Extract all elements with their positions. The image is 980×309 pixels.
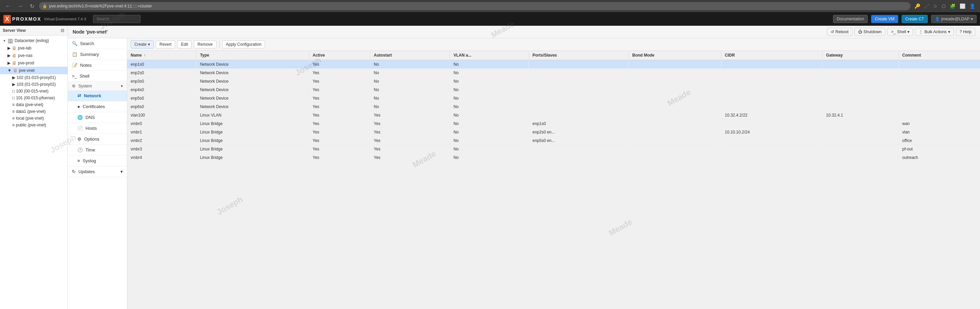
sidebar-item-storage-local[interactable]: ≡ local (pve-vnet) — [0, 115, 68, 122]
time-icon: 🕐 — [77, 147, 83, 152]
cell-name: enp2s0 — [127, 69, 196, 77]
nav-item-search[interactable]: 🔍 Search — [68, 38, 127, 49]
create-button[interactable]: Create ▾ — [130, 40, 154, 48]
power-icon: ⏻ — [858, 30, 862, 34]
vm-icon: ▶ — [12, 82, 15, 87]
col-bond[interactable]: Bond Mode — [629, 51, 721, 60]
star-icon[interactable]: ☆ — [932, 2, 939, 10]
sidebar-item-pve-prod[interactable]: ▶ 🖥 pve-prod — [0, 59, 68, 67]
table-row[interactable]: enp2s0 Network Device Yes No No — [127, 69, 980, 77]
cell-type: Network Device — [196, 69, 309, 77]
table-row[interactable]: vmbr3 Linux Bridge Yes Yes No pf-out — [127, 145, 980, 154]
edit-button[interactable]: Edit — [177, 40, 192, 48]
shell-button[interactable]: >_ Shell ▾ — [887, 28, 913, 36]
share-icon[interactable]: ⋰ — [923, 2, 931, 10]
nav-item-options[interactable]: ⚙ Options — [68, 134, 127, 145]
table-row[interactable]: enp6s0 Network Device Yes No No — [127, 103, 980, 111]
cell-name: vmbr1 — [127, 128, 196, 136]
reboot-button[interactable]: ↺ Reboot — [827, 28, 853, 36]
extensions-icon[interactable]: 🧩 — [948, 2, 957, 10]
nav-section-system[interactable]: ⚙ System ▾ — [68, 82, 127, 90]
col-gateway[interactable]: Gateway — [822, 51, 899, 60]
table-header: Name ↑ Type Active Autostart VLAN a... P… — [127, 51, 980, 60]
nav-item-updates[interactable]: ↻ Updates ▾ — [68, 166, 127, 177]
sidebar-item-datacenter[interactable]: ▼ 🏢 Datacenter (evling) — [0, 37, 68, 44]
sidebar-item-vm-102[interactable]: ▶ 102 (01-015-proxy01) — [0, 74, 68, 81]
col-name[interactable]: Name ↑ — [127, 51, 196, 60]
revert-button[interactable]: Revert — [156, 40, 175, 48]
sidebar-item-storage-public[interactable]: ≡ public (pve-vnet) — [0, 122, 68, 128]
table-row[interactable]: enp3s0 Network Device Yes No No — [127, 77, 980, 86]
sidebar-tree: ▼ 🏢 Datacenter (evling) ▶ 🖥 pve-lab ▶ 🖥 … — [0, 36, 68, 309]
col-cidr[interactable]: CIDR — [721, 51, 822, 60]
sidebar-item-vm-103[interactable]: ▶ 103 (01-015-proxy02) — [0, 81, 68, 88]
nav-item-time[interactable]: 🕐 Time — [68, 145, 127, 155]
certificate-icon: ● — [77, 104, 80, 109]
col-comment[interactable]: Comment — [899, 51, 980, 60]
nav-item-certificates[interactable]: ● Certificates — [68, 101, 127, 112]
cell-bond — [629, 128, 721, 136]
key-icon[interactable]: 🔑 — [913, 2, 922, 10]
nav-item-shell[interactable]: >_ Shell — [68, 71, 127, 82]
documentation-button[interactable]: Documentation — [833, 15, 868, 23]
sidebar-item-pve-vnet[interactable]: ▼ 🖥 pve-vnet — [0, 67, 68, 74]
nav-item-syslog[interactable]: ≡ Syslog — [68, 155, 127, 166]
table-row[interactable]: vmbr0 Linux Bridge Yes Yes No enp1s0 wan — [127, 120, 980, 128]
sidebar-item-storage-data1[interactable]: ≡ data1 (pve-vnet) — [0, 108, 68, 115]
col-autostart[interactable]: Autostart — [370, 51, 450, 60]
col-ports[interactable]: Ports/Slaves — [529, 51, 629, 60]
cell-type: Network Device — [196, 103, 309, 111]
table-row[interactable]: vlan100 Linux VLAN Yes Yes No 10.32.4.2/… — [127, 111, 980, 120]
create-ct-button[interactable]: Create CT — [902, 15, 928, 23]
back-button[interactable]: ← — [3, 2, 13, 11]
reload-button[interactable]: ↻ — [28, 2, 36, 11]
table-row[interactable]: vmbr1 Linux Bridge Yes Yes No enp2s0 en.… — [127, 128, 980, 136]
profile-icon[interactable]: 👤 — [968, 2, 977, 10]
sidebar-item-ct-101[interactable]: □ 101 (00-015-pfsense) — [0, 95, 68, 101]
cell-bond — [629, 77, 721, 86]
extension-icon[interactable]: ⬡ — [940, 2, 947, 10]
table-row[interactable]: enp5s0 Network Device Yes No No — [127, 94, 980, 103]
bulk-actions-button[interactable]: ⋮ Bulk Actions ▾ — [915, 28, 953, 36]
nav-item-summary[interactable]: 📋 Summary — [68, 49, 127, 60]
cell-vlan: No — [450, 69, 529, 77]
storage-public-label: public (pve-vnet) — [16, 123, 46, 127]
forward-button[interactable]: → — [16, 2, 25, 11]
sidebar-item-pve-lab[interactable]: ▶ 🖥 pve-lab — [0, 44, 68, 52]
cell-vlan: No — [450, 111, 529, 120]
cell-active: Yes — [309, 145, 370, 154]
sidebar-item-ct-100[interactable]: □ 100 (00-015-vnet) — [0, 88, 68, 95]
table-row[interactable]: enp1s0 Network Device Yes No No — [127, 60, 980, 69]
cell-cidr — [721, 145, 822, 154]
user-menu[interactable]: 👤 jmeade@LDAP ▾ — [931, 15, 977, 23]
col-active[interactable]: Active — [309, 51, 370, 60]
apply-config-button[interactable]: Apply Configuration — [222, 40, 266, 48]
col-vlan[interactable]: VLAN a... — [450, 51, 529, 60]
sidebar-item-storage-data[interactable]: ≡ data (pve-vnet) — [0, 101, 68, 108]
window-icon[interactable]: ⬜ — [958, 2, 967, 10]
table-row[interactable]: enp4s0 Network Device Yes No No — [127, 86, 980, 94]
nav-item-notes[interactable]: 📝 Notes — [68, 60, 127, 71]
table-row[interactable]: vmbr2 Linux Bridge Yes Yes No enp5s0 en.… — [127, 136, 980, 145]
nav-item-dns[interactable]: 🌐 DNS — [68, 112, 127, 123]
table-row[interactable]: vmbr4 Linux Bridge Yes Yes No outreach — [127, 154, 980, 162]
shutdown-button[interactable]: ⏻ Shutdown — [854, 28, 885, 36]
node-actions: ↺ Reboot ⏻ Shutdown >_ Shell ▾ ⋮ Bulk Ac… — [827, 28, 975, 36]
gear-icon[interactable]: ⚙ — [60, 28, 65, 33]
remove-button[interactable]: Remove — [194, 40, 216, 48]
sidebar-item-pve-nas[interactable]: ▶ 🖥 pve-nas — [0, 52, 68, 59]
user-label: jmeade@LDAP — [941, 17, 969, 21]
search-input[interactable] — [93, 15, 140, 23]
help-button[interactable]: ? Help — [956, 28, 975, 36]
cell-type: Linux Bridge — [196, 136, 309, 145]
cell-comment — [899, 86, 980, 94]
cell-active: Yes — [309, 128, 370, 136]
col-type[interactable]: Type — [196, 51, 309, 60]
nav-item-network[interactable]: ⇄ Network — [68, 90, 127, 101]
cell-gateway — [822, 154, 899, 162]
cell-type: Network Device — [196, 77, 309, 86]
nav-item-hosts[interactable]: 📄 Hosts — [68, 123, 127, 134]
url-bar[interactable]: 🔒 pve.evling.tech/#v1:0=node%2Fpve-vnet:… — [39, 2, 910, 10]
create-vm-button[interactable]: Create VM — [871, 15, 898, 23]
cell-autostart: No — [370, 103, 450, 111]
